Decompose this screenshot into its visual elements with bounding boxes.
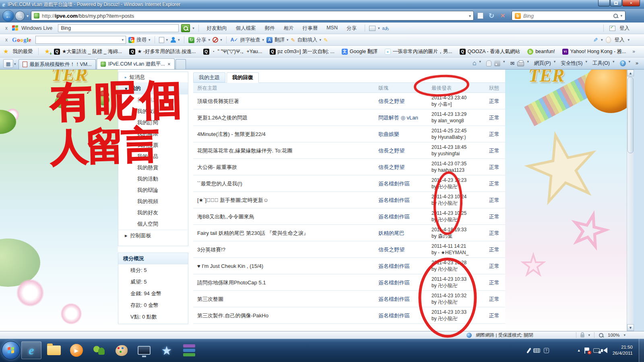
sidebar-item[interactable]: 我的好友	[118, 207, 188, 218]
stop-button[interactable]: ✕	[498, 11, 508, 21]
volume-icon[interactable]	[603, 348, 607, 353]
taskbar-paint-button[interactable]	[111, 341, 132, 359]
forum-link[interactable]: 簽名檔創作區	[378, 175, 410, 192]
last-post-author[interactable]: by 卍小龍卍	[431, 282, 466, 289]
taskbar-messenger-button[interactable]	[89, 341, 109, 359]
taskbar-ie-button[interactable]: e	[21, 341, 41, 359]
highlighter-icon[interactable]: ✎	[592, 37, 599, 42]
live-toolbar-link[interactable]: 郵件	[265, 25, 275, 32]
live-toolbar-link[interactable]: 好友動向	[207, 25, 227, 32]
favorite-item[interactable]: Q QOOZA - 香港人氣網站	[460, 48, 520, 55]
last-post-author[interactable]: by 小嘉=]	[431, 101, 466, 107]
forum-link[interactable]: 簽名檔創作區	[378, 291, 410, 307]
sidebar-item[interactable]: 我的話題	[118, 95, 188, 106]
last-post-author[interactable]: by 森の葉	[431, 233, 466, 239]
topic-link[interactable]: 第三次整圖	[197, 291, 223, 307]
ime-keyboard-icon[interactable]	[533, 348, 540, 353]
sidebar-item[interactable]: 我的訂閱	[118, 117, 188, 128]
favorite-item[interactable]: ● 一張非常內涵的圖片，男...	[385, 48, 452, 55]
sidebar-item[interactable]: 我的視頻	[118, 196, 188, 207]
live-search-arrow-icon[interactable]: ▾	[192, 26, 194, 30]
popup-blocker-button[interactable]: ▾	[213, 37, 222, 43]
pen-tray-icon[interactable]	[526, 348, 531, 354]
hand-icon[interactable]	[486, 60, 491, 66]
home-icon[interactable]: ⌂	[473, 60, 477, 67]
topic-link[interactable]: 請問你地係咪用PhotoCap 5.1	[197, 274, 266, 291]
live-search-button[interactable]	[181, 24, 190, 32]
sidebar-item[interactable]: 我的活動	[118, 173, 188, 185]
tab-my-topics[interactable]: 我的主題	[193, 72, 225, 82]
scrollbar-thumb[interactable]	[627, 77, 634, 153]
last-post-author[interactable]: by alan_wong8	[431, 117, 466, 124]
forum-link[interactable]: 問題解答 ◎ vLan	[378, 109, 418, 126]
form-autofill-icon[interactable]	[609, 26, 615, 31]
sidebar-item[interactable]: 我的權限	[118, 128, 188, 140]
favorite-item[interactable]: Q ・ " "Ψ('▽')Ψ.。+Yau...	[203, 48, 262, 55]
tools-menu[interactable]: 工具(O)	[592, 60, 610, 67]
sidebar-item-control-panel[interactable]: ▸ 控制面板	[118, 230, 188, 241]
favorites-label[interactable]: 我的最愛	[12, 48, 33, 55]
print-icon[interactable]	[517, 62, 524, 66]
close-google-toolbar-button[interactable]: x	[3, 37, 10, 43]
last-post-author[interactable]: by 卍小龍卍	[431, 266, 466, 272]
search-box[interactable]: b Bing ▾	[512, 11, 625, 21]
live-signin-button[interactable]: 登入	[619, 25, 630, 32]
last-post-author[interactable]: by 卍小龍卍	[431, 216, 466, 223]
translate-button[interactable]: A翻譯▾	[266, 37, 289, 43]
favorite-item[interactable]: 文 Google 翻譯	[342, 48, 378, 55]
topic-link[interactable]: 第三次製作.自己的偶像-PakHo	[197, 307, 268, 324]
refresh-button[interactable]: ↻	[487, 11, 496, 21]
forum-link[interactable]: 歌曲娛樂	[378, 126, 399, 142]
tray-expand-icon[interactable]: ▲	[577, 348, 581, 352]
last-post-author[interactable]: by 卍小龍卍	[431, 200, 466, 206]
forum-link[interactable]: 信長之野望	[378, 142, 405, 159]
add-favorite-icon[interactable]: ★	[44, 48, 50, 55]
forum-link[interactable]: 信長之野望	[378, 159, 405, 175]
autofill-button[interactable]: ✎自動填入▾	[291, 37, 321, 43]
address-bar[interactable]: http://ipve.com/bbs/my.php?item=posts ▾	[31, 11, 474, 21]
google-signin-arrow-icon[interactable]: ▾	[627, 38, 630, 42]
show-desktop-button[interactable]	[639, 339, 644, 362]
quick-tabs-button[interactable]: ▦	[3, 59, 13, 68]
spellcheck-button[interactable]: A✓拼字檢查▾	[231, 37, 264, 43]
sidebar-item[interactable]: 個人空間	[118, 218, 188, 230]
share-button[interactable]: ↻分享▾	[188, 37, 211, 43]
edit-pencil-icon[interactable]: ✎	[324, 37, 328, 43]
live-search-input[interactable]: Bing	[58, 24, 179, 32]
zoom-arrow-icon[interactable]: ▾	[623, 333, 625, 337]
google-search-input[interactable]: ▾	[35, 36, 126, 44]
scroll-down-icon[interactable]: ▼	[627, 324, 634, 331]
back-button[interactable]: ←	[2, 10, 14, 22]
favorites-star-icon[interactable]: ★	[3, 48, 8, 55]
last-post-author[interactable]: by - ★HEYMAN_	[431, 249, 469, 256]
forward-button[interactable]: →	[15, 11, 25, 21]
translate-badge-icon[interactable]: aあ	[382, 25, 389, 31]
topic-link[interactable]: 大公佈- 嚴重事故	[197, 159, 237, 175]
tab-list-arrow-icon[interactable]: ▾	[14, 62, 16, 66]
forum-link[interactable]: 簽名檔創作區	[378, 208, 410, 225]
favorite-item[interactable]: b beanfun!	[527, 49, 555, 55]
taskbar-clock[interactable]: 21:50 26/4/2011	[613, 344, 633, 356]
topic-link[interactable]: ``最愛您的人是我(!)	[197, 175, 242, 192]
read-mail-icon[interactable]: ✉	[510, 60, 515, 66]
tab-my-replies[interactable]: 我的回復	[227, 72, 259, 83]
sidebar-item[interactable]: 我的辯論	[118, 185, 188, 196]
tab-ipve-active[interactable]: IPvE.COM vLan 遊戲平... ✕	[97, 58, 175, 69]
egg-icon[interactable]	[606, 37, 611, 43]
toolbar-options-arrow-icon[interactable]: ▾	[378, 26, 380, 30]
live-toolbar-link[interactable]: MSN	[326, 25, 338, 32]
new-tab-button[interactable]	[175, 59, 186, 69]
forum-link[interactable]: 簽名檔創作區	[378, 274, 410, 291]
zone-arrow-icon[interactable]: ▾	[588, 333, 590, 337]
taskbar-star-app-button[interactable]: ★	[157, 341, 177, 359]
ime-help-icon[interactable]: ?	[544, 348, 549, 353]
favorite-item[interactable]: Q pz c0m3=] 第一次自制; ...	[270, 48, 334, 55]
taskbar-winrar-button[interactable]	[179, 341, 199, 359]
forum-link[interactable]: 簽名檔創作區	[378, 307, 410, 324]
live-toolbar-link[interactable]: 個人檔案	[236, 25, 256, 32]
last-post-author[interactable]: by 卍小龍卍	[431, 183, 466, 190]
last-post-author[interactable]: by haahaa1123	[431, 167, 466, 173]
topic-link[interactable]: 更新1.26A之後的問題	[197, 109, 248, 126]
forum-link[interactable]: 簽名檔創作區	[378, 192, 410, 208]
search-icon[interactable]	[613, 13, 618, 19]
